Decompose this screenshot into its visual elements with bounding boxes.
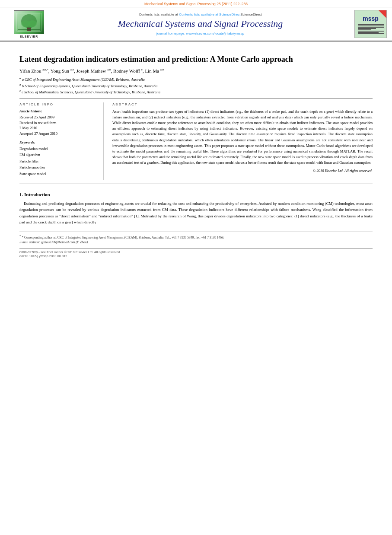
article-history-section: Article history: Received 25 April 2009 … [19, 109, 97, 137]
corresponding-note: * * Corresponding author at: CRC of Inte… [19, 234, 373, 240]
email-note: E-mail address: yfzhou0306@hotmail.com (… [19, 240, 373, 245]
journal-citation-text: Mechanical Systems and Signal Processing… [144, 2, 248, 6]
keyword-1: Degradation model [19, 146, 97, 152]
authors-line: Yifan Zhou a,b,*, Yong Sun a,b, Joseph M… [19, 68, 373, 73]
footer-bottom-bar: 0888-3270/$ - see front matter © 2010 El… [19, 248, 373, 258]
elsevier-tree-icon [16, 12, 42, 32]
received-date: Received 25 April 2009 [19, 115, 97, 120]
affil-c: c School of Mathematical Sciences, Queen… [22, 90, 160, 94]
elsevier-logo: ELSEVIER [14, 10, 44, 38]
keywords-list: Degradation model EM algorithm Particle … [19, 146, 97, 177]
footer-doi: doi:10.1016/j.ymssp.2010.08.012 [19, 254, 373, 258]
two-column-section: ARTICLE INFO Article history: Received 2… [19, 102, 373, 180]
mssp-label: mssp [363, 15, 379, 22]
journal-title: Mechanical Systems and Signal Processing [118, 18, 283, 29]
mssp-lines-decoration [358, 24, 384, 35]
page: Mechanical Systems and Signal Processing… [0, 0, 392, 535]
badge-corner-decoration [379, 10, 386, 18]
abstract-divider [19, 184, 373, 184]
mssp-badge: mssp [354, 10, 387, 38]
journal-citation-line: Mechanical Systems and Signal Processing… [0, 0, 392, 7]
revised-date: 2 May 2010 [19, 125, 97, 131]
intro-heading: Introduction [24, 192, 50, 197]
keywords-label: Keywords: [19, 140, 97, 144]
abstract-text: Asset health inspections can produce two… [112, 109, 373, 166]
keyword-4: Particle smoother [19, 164, 97, 170]
mssp-badge-area: mssp [348, 10, 387, 38]
homepage-url[interactable]: www.elsevier.com/locate/jnlabr/ymssp [186, 32, 244, 35]
copyright-line: © 2010 Elsevier Ltd. All rights reserved… [112, 169, 373, 173]
accepted-date: Accepted 27 August 2010 [19, 131, 97, 137]
main-content: Latent degradation indicators estimation… [0, 41, 392, 258]
affil-a: a CRC of Integrated Engineering Asset Ma… [22, 77, 145, 82]
footer-notes: * * Corresponding author at: CRC of Inte… [19, 234, 373, 245]
abstract-label: ABSTRACT [112, 102, 373, 106]
keyword-3: Particle filter [19, 158, 97, 164]
svg-point-2 [21, 14, 37, 28]
article-info-label: ARTICLE INFO [19, 102, 97, 106]
journal-homepage: journal homepage: www.elsevier.com/locat… [156, 32, 244, 35]
svg-point-3 [21, 20, 30, 27]
intro-body-text: Estimating and predicting degradation pr… [19, 201, 373, 226]
elsevier-logo-area: ELSEVIER [5, 10, 53, 38]
corresponding-note-text: * Corresponding author at: CRC of Integr… [22, 235, 224, 239]
journal-title-area: Contents lists available at Contents lis… [53, 10, 348, 38]
keyword-5: State space model [19, 171, 97, 177]
received-revised-label: Received in revised form [19, 120, 97, 126]
footer-divider [19, 232, 373, 232]
elsevier-label: ELSEVIER [20, 35, 38, 38]
homepage-label: journal homepage: [156, 32, 185, 35]
abstract-column: ABSTRACT Asset health inspections can pr… [112, 102, 373, 180]
elsevier-logo-box [14, 10, 44, 34]
introduction-section: 1. Introduction Estimating and predictin… [19, 192, 373, 226]
svg-point-4 [28, 20, 37, 27]
footer-rights: 0888-3270/$ - see front matter © 2010 El… [19, 250, 373, 254]
intro-number: 1. [19, 192, 23, 197]
keywords-section: Keywords: Degradation model EM algorithm… [19, 140, 97, 177]
article-history-label: Article history: [19, 109, 97, 113]
intro-paragraph: Estimating and predicting degradation pr… [19, 201, 373, 224]
sciencedirect-link[interactable]: Contents lists available at ScienceDirec… [179, 13, 240, 16]
svg-rect-1 [27, 27, 31, 31]
contents-available-line: Contents lists available at Contents lis… [139, 13, 262, 16]
header-divider [19, 99, 373, 99]
article-info-column: ARTICLE INFO Article history: Received 2… [19, 102, 104, 180]
paper-title: Latent degradation indicators estimation… [19, 54, 373, 64]
affiliations: a a CRC of Integrated Engineering Asset … [19, 76, 373, 95]
journal-header: ELSEVIER Contents lists available at Con… [0, 7, 392, 41]
affil-b: b School of Engineering Systems, Queensl… [22, 83, 158, 88]
keyword-2: EM algorithm [19, 152, 97, 158]
intro-title: 1. Introduction [19, 192, 373, 197]
svg-rect-0 [18, 13, 40, 32]
